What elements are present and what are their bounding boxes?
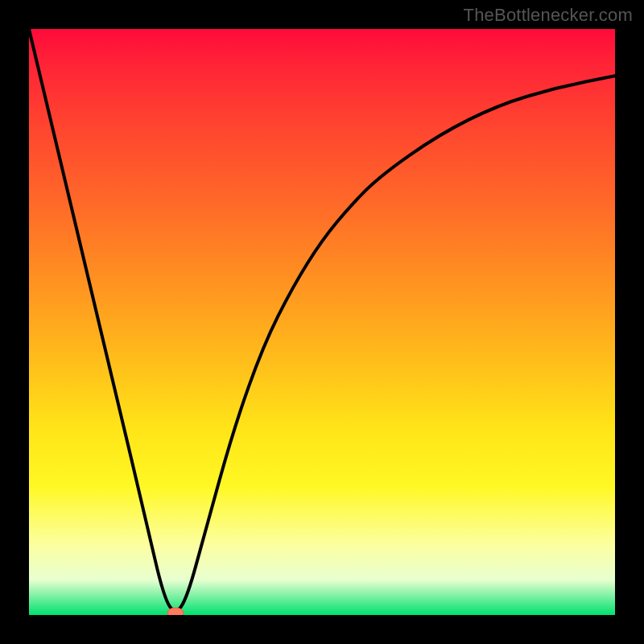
plot-area: [29, 29, 615, 615]
attribution-text: TheBottlenecker.com: [464, 5, 633, 26]
curve-svg: [29, 29, 615, 615]
chart-frame: TheBottlenecker.com: [0, 0, 644, 644]
optimal-marker: [167, 608, 184, 615]
bottleneck-curve: [29, 29, 615, 611]
